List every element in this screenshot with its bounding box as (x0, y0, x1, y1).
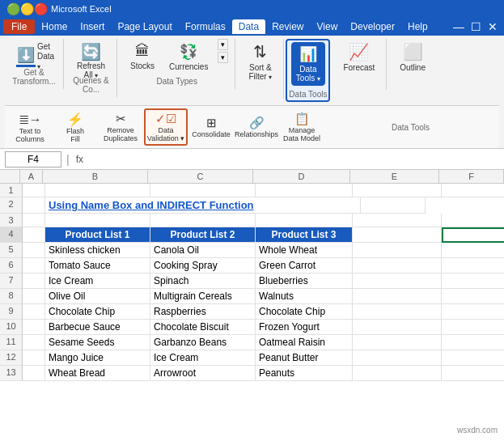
cell-d3[interactable] (256, 214, 353, 227)
cell-c5[interactable]: Canola Oil (150, 243, 256, 258)
menu-formulas[interactable]: Formulas (179, 19, 232, 34)
cell-f11[interactable] (442, 335, 504, 350)
col-header-d[interactable]: D (253, 170, 350, 183)
cell-d13[interactable]: Peanuts (256, 366, 353, 381)
cell-d9[interactable]: Chocolate Chip (256, 304, 353, 320)
cell-f2[interactable] (361, 197, 426, 214)
cell-e7[interactable] (353, 274, 442, 289)
cell-b12[interactable]: Mango Juice (45, 350, 150, 366)
cell-d7[interactable]: Blueberries (256, 274, 353, 289)
menu-help[interactable]: Help (401, 19, 434, 34)
cell-e6[interactable] (353, 258, 442, 274)
cell-f9[interactable] (442, 304, 504, 320)
cell-e3[interactable] (353, 214, 442, 227)
currencies-button[interactable]: 💱 Currencies (164, 40, 213, 74)
cell-f8[interactable] (442, 289, 504, 304)
menu-view[interactable]: View (311, 19, 345, 34)
cell-d8[interactable]: Walnuts (256, 289, 353, 304)
cell-d4-header[interactable]: Product List 3 (256, 227, 353, 243)
cell-b13[interactable]: Wheat Bread (45, 366, 150, 381)
cell-b1[interactable] (45, 184, 150, 197)
text-to-columns-button[interactable]: ≣→ Text toColumns (8, 109, 52, 146)
forecast-button[interactable]: 📈 Forecast (338, 39, 379, 75)
cell-c9[interactable]: Raspberries (150, 304, 256, 320)
cell-b10[interactable]: Barbecue Sauce (45, 320, 150, 335)
cell-b2-title[interactable]: Using Name Box and INDIRECT Function (45, 197, 361, 214)
col-header-f[interactable]: F (439, 170, 504, 183)
formula-input[interactable] (90, 154, 499, 165)
window-minimize[interactable]: — (450, 20, 468, 33)
menu-home[interactable]: Home (35, 19, 74, 34)
menu-file[interactable]: File (3, 19, 35, 34)
cell-d1[interactable] (256, 184, 353, 197)
cell-f3[interactable] (442, 214, 504, 227)
cell-b3[interactable] (45, 214, 150, 227)
cell-e13[interactable] (353, 366, 442, 381)
cell-c8[interactable]: Multigrain Cereals (150, 289, 256, 304)
cell-a6[interactable] (23, 258, 45, 274)
cell-e10[interactable] (353, 320, 442, 335)
consolidate-button[interactable]: ⊞ Consolidate (189, 113, 233, 141)
cell-a12[interactable] (23, 350, 45, 366)
cell-f10[interactable] (442, 320, 504, 335)
cell-d10[interactable]: Frozen Yogurt (256, 320, 353, 335)
cell-a10[interactable] (23, 320, 45, 335)
outline-button[interactable]: ⬜ Outline (395, 39, 430, 75)
cell-b5[interactable]: Skinless chicken (45, 243, 150, 258)
cell-c13[interactable]: Arrowroot (150, 366, 256, 381)
data-tools-button[interactable]: 📊 DataTools ▾ (291, 42, 325, 86)
cell-c10[interactable]: Chocolate Biscuit (150, 320, 256, 335)
cell-a3[interactable] (23, 214, 45, 227)
col-header-b[interactable]: B (43, 170, 148, 183)
cell-c7[interactable]: Spinach (150, 274, 256, 289)
cell-e4[interactable] (353, 227, 442, 243)
cell-b7[interactable]: Ice Cream (45, 274, 150, 289)
data-types-more2[interactable]: ▾ (218, 52, 228, 63)
window-maximize[interactable]: ☐ (468, 20, 485, 33)
cell-e12[interactable] (353, 350, 442, 366)
relationships-button[interactable]: 🔗 Relationships (235, 113, 278, 141)
cell-a1[interactable] (23, 184, 45, 197)
cell-f6[interactable] (442, 258, 504, 274)
cell-a4[interactable] (23, 227, 45, 243)
cell-f12[interactable] (442, 350, 504, 366)
cell-a9[interactable] (23, 304, 45, 320)
cell-f5[interactable] (442, 243, 504, 258)
cell-e8[interactable] (353, 289, 442, 304)
cell-e1[interactable] (353, 184, 442, 197)
data-types-more[interactable]: ▾ (218, 39, 228, 50)
cell-c3[interactable] (150, 214, 256, 227)
cell-d6[interactable]: Green Carrot (256, 258, 353, 274)
window-close[interactable]: ✕ (485, 20, 501, 33)
cell-c12[interactable]: Ice Cream (150, 350, 256, 366)
col-header-c[interactable]: C (148, 170, 253, 183)
sort-filter-button[interactable]: ⇅ Sort &Filter ▾ (244, 39, 277, 84)
cell-f1[interactable] (442, 184, 504, 197)
cell-a2[interactable] (23, 197, 45, 214)
menu-developer[interactable]: Developer (344, 19, 401, 34)
cell-e5[interactable] (353, 243, 442, 258)
cell-c4-header[interactable]: Product List 2 (150, 227, 256, 243)
name-box[interactable] (5, 151, 61, 167)
cell-f13[interactable] (442, 366, 504, 381)
cell-f4-selected[interactable] (442, 227, 504, 243)
cell-b6[interactable]: Tomato Sauce (45, 258, 150, 274)
cell-c6[interactable]: Cooking Spray (150, 258, 256, 274)
cell-e9[interactable] (353, 304, 442, 320)
cell-d12[interactable]: Peanut Butter (256, 350, 353, 366)
menu-review[interactable]: Review (265, 19, 310, 34)
cell-b9[interactable]: Chocolate Chip (45, 304, 150, 320)
menu-page-layout[interactable]: Page Layout (111, 19, 178, 34)
stocks-button[interactable]: 🏛 Stocks (125, 40, 159, 74)
cell-a13[interactable] (23, 366, 45, 381)
cell-a11[interactable] (23, 335, 45, 350)
cell-d5[interactable]: Whole Wheat (256, 243, 353, 258)
cell-a5[interactable] (23, 243, 45, 258)
col-header-a[interactable]: A (20, 170, 43, 183)
cell-a8[interactable] (23, 289, 45, 304)
menu-data[interactable]: Data (232, 19, 265, 34)
cell-b8[interactable]: Olive Oil (45, 289, 150, 304)
menu-insert[interactable]: Insert (74, 19, 111, 34)
flash-fill-button[interactable]: ⚡ FlashFill (53, 109, 97, 146)
cell-a7[interactable] (23, 274, 45, 289)
